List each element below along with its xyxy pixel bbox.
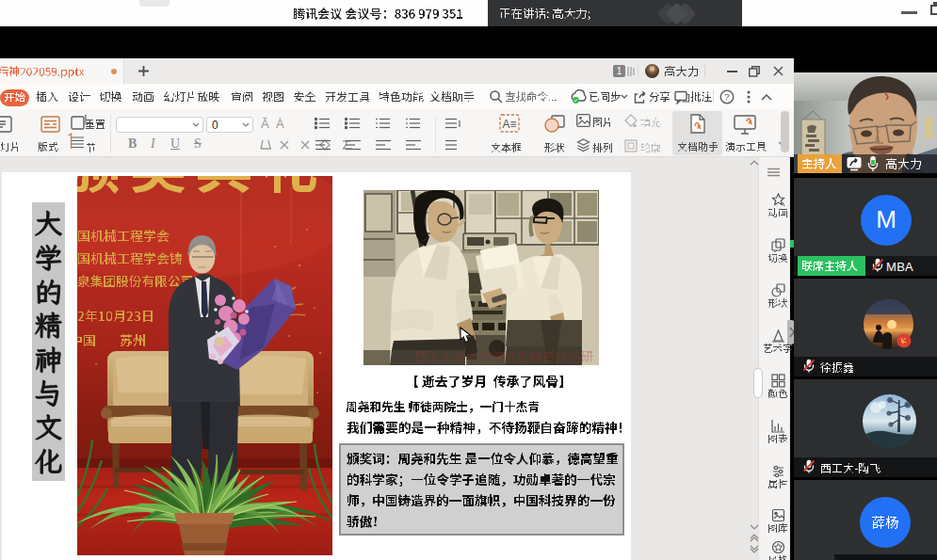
svg-text:A≡: A≡ [502, 118, 516, 131]
svg-text:?: ? [724, 91, 729, 102]
